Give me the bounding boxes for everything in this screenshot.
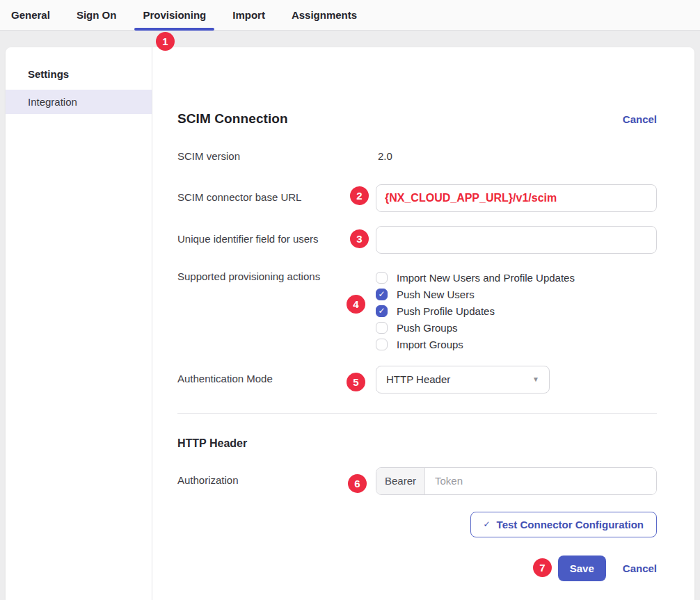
base-url-label: SCIM connector base URL	[177, 184, 376, 212]
settings-sidebar: Settings Integration	[6, 47, 152, 600]
checkbox-import-groups[interactable]: ✓ Import Groups	[376, 339, 657, 350]
check-icon: ✓	[378, 307, 385, 315]
unique-id-label: Unique identifier field for users	[177, 226, 376, 254]
sidebar-header: Settings	[6, 68, 152, 80]
provisioning-actions-label: Supported provisioning actions	[177, 270, 376, 350]
check-icon: ✓	[378, 290, 385, 298]
tab-provisioning[interactable]: Provisioning	[134, 0, 214, 30]
checkbox-box: ✓	[376, 305, 388, 317]
scim-version-value: 2.0	[376, 150, 657, 163]
checkbox-import-new-users[interactable]: ✓ Import New Users and Profile Updates	[376, 272, 657, 284]
unique-id-input[interactable]	[376, 226, 657, 254]
checkbox-push-new-users[interactable]: ✓ Push New Users	[376, 289, 657, 300]
checkbox-push-profile-updates[interactable]: ✓ Push Profile Updates	[376, 305, 657, 317]
step-badge-7: 7	[533, 558, 552, 577]
section-divider	[177, 413, 657, 414]
chevron-down-icon: ▼	[532, 375, 539, 383]
sidebar-item-integration[interactable]: Integration	[6, 90, 152, 114]
tab-general[interactable]: General	[3, 0, 58, 30]
auth-mode-label: Authentication Mode	[177, 366, 376, 394]
step-badge-1: 1	[156, 32, 175, 51]
scim-version-label: SCIM version	[177, 150, 376, 163]
provisioning-actions-list: ✓ Import New Users and Profile Updates ✓…	[376, 270, 657, 350]
save-button[interactable]: Save	[558, 556, 606, 581]
http-header-section-title: HTTP Header	[177, 437, 657, 450]
checkbox-box: ✓	[376, 322, 388, 334]
scim-connection-form: SCIM Connection Cancel SCIM version 2.0 …	[152, 47, 694, 600]
step-badge-6: 6	[348, 474, 367, 493]
page-title: SCIM Connection	[177, 111, 288, 127]
token-input[interactable]	[425, 468, 656, 494]
step-badge-2: 2	[350, 186, 369, 205]
step-badge-4: 4	[347, 295, 365, 314]
auth-mode-select[interactable]: HTTP Header ▼	[376, 366, 550, 394]
base-url-input[interactable]	[376, 184, 657, 212]
authorization-input-group: Bearer	[376, 467, 657, 495]
app-tab-bar: General Sign On Provisioning Import Assi…	[0, 0, 700, 31]
header-cancel-link[interactable]: Cancel	[623, 113, 657, 125]
authorization-label: Authorization	[177, 467, 376, 495]
checkbox-box: ✓	[376, 289, 388, 300]
checkbox-push-groups[interactable]: ✓ Push Groups	[376, 322, 657, 334]
provisioning-card: Settings Integration SCIM Connection Can…	[6, 47, 694, 600]
step-badge-3: 3	[350, 229, 369, 248]
test-connector-configuration-button[interactable]: ✓ Test Connector Configuration	[470, 512, 657, 537]
checkbox-box: ✓	[376, 272, 388, 284]
tab-assignments[interactable]: Assignments	[283, 0, 365, 30]
check-icon: ✓	[484, 519, 491, 529]
tab-sign-on[interactable]: Sign On	[68, 0, 125, 30]
footer-cancel-link[interactable]: Cancel	[623, 562, 657, 574]
step-badge-5: 5	[347, 373, 365, 391]
bearer-prefix: Bearer	[376, 468, 425, 494]
tab-import[interactable]: Import	[224, 0, 273, 30]
provisioning-page: General Sign On Provisioning Import Assi…	[0, 0, 700, 600]
checkbox-box: ✓	[376, 339, 388, 350]
